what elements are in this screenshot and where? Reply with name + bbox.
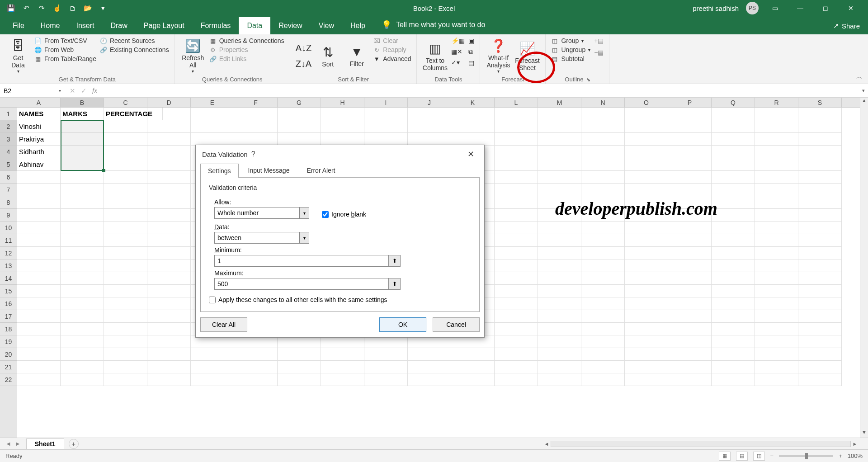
forecast-sheet-button[interactable]: 📈Forecast Sheet — [514, 37, 540, 75]
advanced-filter-button[interactable]: ▼Advanced — [373, 55, 411, 62]
fx-icon[interactable]: fx — [92, 87, 97, 94]
col-header[interactable]: M — [538, 98, 581, 107]
chevron-down-icon[interactable]: ▾ — [300, 207, 309, 219]
col-header[interactable]: L — [495, 98, 538, 107]
from-table-range-button[interactable]: ▦From Table/Range — [34, 55, 96, 62]
row-header[interactable]: 9 — [0, 209, 17, 222]
row-header[interactable]: 4 — [0, 146, 17, 158]
zoom-percent[interactable]: 100% — [848, 453, 863, 459]
tab-insert[interactable]: Insert — [68, 17, 102, 34]
what-if-button[interactable]: ❓What-If Analysis▾ — [486, 37, 511, 75]
data-input[interactable] — [214, 232, 300, 244]
relationships-icon[interactable]: ⧉ — [468, 48, 474, 56]
scroll-down-icon[interactable]: ▼ — [860, 429, 868, 438]
tell-me-search[interactable]: 💡 Tell me what you want to do — [373, 20, 493, 34]
row-header[interactable]: 13 — [0, 259, 17, 272]
get-data-button[interactable]: 🗄 Get Data ▾ — [5, 37, 31, 75]
undo-icon[interactable]: ↶ — [22, 4, 31, 13]
tab-home[interactable]: Home — [33, 17, 68, 34]
row-header[interactable]: 20 — [0, 348, 17, 361]
ok-button[interactable]: OK — [379, 317, 426, 332]
row-header[interactable]: 19 — [0, 335, 17, 348]
allow-input[interactable] — [214, 207, 300, 219]
row-header[interactable]: 5 — [0, 158, 17, 171]
col-header[interactable]: J — [408, 98, 451, 107]
row-header[interactable]: 7 — [0, 184, 17, 196]
minimize-icon[interactable]: — — [791, 0, 809, 16]
from-web-button[interactable]: 🌐From Web — [34, 46, 96, 53]
user-name[interactable]: preethi sadhish — [693, 5, 739, 12]
row-header[interactable]: 10 — [0, 222, 17, 234]
from-text-csv-button[interactable]: 📄From Text/CSV — [34, 37, 96, 44]
col-header[interactable]: G — [278, 98, 321, 107]
enter-formula-icon[interactable]: ✓ — [81, 87, 87, 95]
row-header[interactable]: 8 — [0, 196, 17, 209]
remove-duplicates-icon[interactable]: ▦✕ — [451, 48, 465, 55]
filter-button[interactable]: ▼Filter — [344, 37, 369, 75]
cell[interactable]: Sidharth — [17, 146, 61, 158]
zoom-slider[interactable] — [779, 455, 833, 457]
close-icon[interactable]: ✕ — [842, 0, 860, 16]
existing-connections-button[interactable]: 🔗Existing Connections — [100, 46, 169, 53]
range-selector-icon[interactable]: ⬆ — [389, 255, 401, 267]
cell[interactable]: Abhinav — [17, 158, 61, 171]
tab-view[interactable]: View — [311, 17, 342, 34]
fill-handle[interactable] — [102, 169, 105, 172]
tab-help[interactable]: Help — [342, 17, 373, 34]
ungroup-button[interactable]: ◫Ungroup ▾ — [551, 46, 590, 53]
sheet-tab[interactable]: Sheet1 — [26, 438, 64, 449]
sort-button[interactable]: ⇅Sort — [315, 37, 340, 75]
save-icon[interactable]: 💾 — [6, 4, 15, 13]
new-file-icon[interactable]: 🗋 — [68, 4, 77, 13]
ribbon-display-icon[interactable]: ▭ — [766, 0, 784, 16]
open-file-icon[interactable]: 📂 — [83, 4, 92, 13]
max-input[interactable] — [214, 278, 389, 290]
close-icon[interactable]: ✕ — [464, 149, 478, 159]
col-header[interactable]: S — [798, 98, 842, 107]
allow-combo[interactable]: ▾ — [214, 207, 309, 219]
col-header[interactable]: P — [668, 98, 712, 107]
queries-connections-button[interactable]: ▦Queries & Connections — [209, 37, 284, 44]
recent-sources-button[interactable]: 🕘Recent Sources — [100, 37, 169, 44]
expand-formula-icon[interactable]: ▾ — [859, 84, 868, 97]
help-icon[interactable]: ? — [248, 150, 259, 158]
sheet-next-icon[interactable]: ► — [15, 440, 21, 447]
min-input[interactable] — [214, 255, 389, 267]
cell[interactable]: MARKS — [61, 108, 104, 120]
cell[interactable]: NAMES — [17, 108, 61, 120]
chevron-down-icon[interactable]: ▾ — [300, 232, 309, 244]
tab-review[interactable]: Review — [270, 17, 310, 34]
flash-fill-icon[interactable]: ⚡▦ — [451, 37, 465, 44]
tab-error-alert[interactable]: Error Alert — [299, 163, 343, 177]
row-header[interactable]: 6 — [0, 171, 17, 184]
tab-formulas[interactable]: Formulas — [193, 17, 239, 34]
hide-detail-icon[interactable]: −▤ — [594, 49, 604, 56]
zoom-out-icon[interactable]: − — [770, 453, 774, 459]
col-header[interactable]: I — [364, 98, 408, 107]
cell[interactable]: Prakriya — [17, 133, 61, 146]
cell[interactable]: Vinoshi — [17, 120, 61, 133]
col-header[interactable]: D — [147, 98, 191, 107]
consolidate-icon[interactable]: ▣ — [468, 37, 474, 44]
sort-za-icon[interactable]: Z↓A — [296, 59, 312, 69]
range-selector-icon[interactable]: ⬆ — [389, 278, 401, 290]
col-header[interactable]: K — [451, 98, 495, 107]
launcher-icon[interactable]: ⬊ — [584, 77, 590, 82]
zoom-in-icon[interactable]: + — [839, 453, 842, 459]
group-button[interactable]: ◫Group ▾ — [551, 37, 590, 44]
scroll-track[interactable] — [551, 441, 851, 447]
col-header[interactable]: F — [234, 98, 278, 107]
normal-view-icon[interactable]: ▦ — [719, 452, 731, 461]
row-header[interactable]: 15 — [0, 285, 17, 297]
show-detail-icon[interactable]: +▤ — [594, 37, 604, 44]
row-header[interactable]: 17 — [0, 310, 17, 323]
chevron-down-icon[interactable]: ▾ — [59, 88, 61, 93]
col-header[interactable]: Q — [712, 98, 755, 107]
tab-settings[interactable]: Settings — [200, 164, 239, 178]
tab-file[interactable]: File — [5, 17, 33, 34]
name-box[interactable]: B2 ▾ — [0, 84, 64, 97]
tab-data[interactable]: Data — [239, 17, 270, 34]
col-header[interactable]: B — [61, 98, 104, 107]
formula-input[interactable] — [103, 84, 859, 97]
apply-all-checkbox[interactable] — [209, 297, 216, 303]
